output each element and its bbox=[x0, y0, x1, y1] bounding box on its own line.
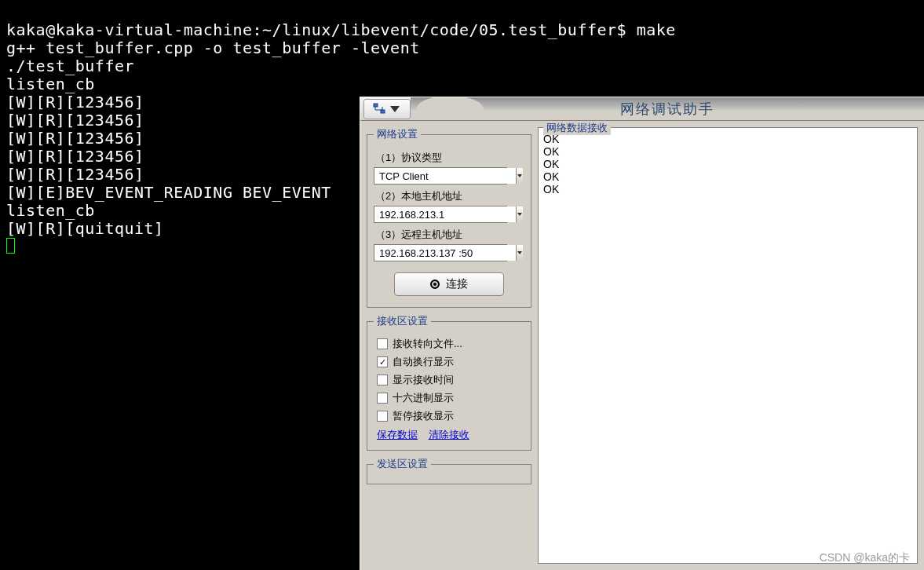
local-host-value[interactable] bbox=[374, 206, 516, 222]
checkbox[interactable] bbox=[377, 356, 388, 367]
terminal-line: [W][R][123456] bbox=[6, 93, 144, 111]
terminal-line: ./test_buffer bbox=[6, 57, 134, 75]
opt-label: 暂停接收显示 bbox=[393, 409, 454, 423]
recv-settings-legend: 接收区设置 bbox=[374, 314, 431, 328]
chevron-down-icon[interactable] bbox=[516, 206, 523, 222]
chevron-down-icon[interactable] bbox=[516, 168, 523, 184]
opt-label: 自动换行显示 bbox=[393, 355, 454, 369]
connect-button-label: 连接 bbox=[446, 277, 468, 291]
opt-label: 显示接收时间 bbox=[393, 373, 454, 387]
terminal-line: [W][R][123456] bbox=[6, 147, 144, 166]
shell-prompt: kaka@kaka-virtual-machine:~/linux/libeve… bbox=[6, 20, 637, 39]
terminal-line: listen_cb bbox=[6, 201, 95, 220]
send-settings-legend: 发送区设置 bbox=[374, 457, 431, 471]
checkbox[interactable] bbox=[377, 338, 388, 349]
recv-line: OK bbox=[543, 145, 559, 158]
terminal-line: [W][E]BEV_EVENT_READING BEV_EVENT bbox=[6, 183, 331, 202]
opt-pause[interactable]: 暂停接收显示 bbox=[377, 409, 524, 423]
opt-label: 接收转向文件... bbox=[393, 337, 462, 351]
recv-data-content[interactable]: OK OK OK OK OK bbox=[539, 128, 917, 200]
network-icon bbox=[373, 103, 385, 115]
opt-recv-to-file[interactable]: 接收转向文件... bbox=[377, 337, 524, 351]
recv-data-panel: 网络数据接收 OK OK OK OK OK bbox=[538, 127, 918, 564]
connect-button[interactable]: 连接 bbox=[394, 272, 504, 296]
recv-settings-group: 接收区设置 接收转向文件... 自动换行显示 显示接收时间 十六进制显示 bbox=[367, 314, 531, 451]
recv-line: OK bbox=[543, 158, 559, 170]
terminal-line: [W][R][123456] bbox=[6, 129, 144, 148]
svg-rect-0 bbox=[374, 104, 378, 107]
network-settings-legend: 网络设置 bbox=[374, 127, 421, 141]
protocol-select[interactable] bbox=[374, 167, 507, 185]
app-title: 网络调试助手 bbox=[620, 100, 714, 119]
recv-line: OK bbox=[543, 183, 559, 195]
protocol-value[interactable] bbox=[374, 168, 516, 184]
checkbox[interactable] bbox=[377, 393, 388, 404]
terminal-line: [W][R][123456] bbox=[6, 165, 144, 184]
remote-host-select[interactable] bbox=[374, 244, 507, 261]
local-host-select[interactable] bbox=[374, 206, 507, 223]
opt-show-time[interactable]: 显示接收时间 bbox=[377, 373, 524, 387]
opt-auto-wrap[interactable]: 自动换行显示 bbox=[377, 355, 524, 369]
remote-host-label: （3）远程主机地址 bbox=[375, 228, 524, 242]
remote-host-value[interactable] bbox=[374, 245, 516, 261]
terminal-line: listen_cb bbox=[6, 75, 95, 93]
watermark: CSDN @kaka的卡 bbox=[820, 551, 910, 565]
toolbar-menu-button[interactable] bbox=[363, 99, 411, 119]
checkbox[interactable] bbox=[377, 411, 388, 422]
terminal-cursor bbox=[6, 238, 15, 254]
opt-label: 十六进制显示 bbox=[393, 391, 454, 405]
net-assist-window: 网络调试助手 网络设置 （1）协议类型 （2）本地主机地址 （3）远程主机地址 bbox=[360, 97, 924, 570]
svg-rect-1 bbox=[381, 110, 385, 113]
chevron-down-icon[interactable] bbox=[516, 245, 523, 261]
terminal-line: g++ test_buffer.cpp -o test_buffer -leve… bbox=[6, 38, 420, 57]
save-data-link[interactable]: 保存数据 bbox=[377, 429, 418, 440]
recv-data-legend: 网络数据接收 bbox=[543, 121, 611, 135]
local-host-label: （2）本地主机地址 bbox=[375, 189, 524, 203]
checkbox[interactable] bbox=[377, 375, 388, 385]
chevron-down-icon bbox=[389, 103, 401, 115]
send-settings-group: 发送区设置 bbox=[367, 457, 531, 484]
record-icon bbox=[430, 280, 440, 289]
protocol-label: （1）协议类型 bbox=[375, 151, 524, 165]
recv-line: OK bbox=[543, 170, 559, 183]
opt-hex[interactable]: 十六进制显示 bbox=[377, 391, 524, 405]
shell-command: make bbox=[637, 20, 676, 39]
clear-recv-link[interactable]: 清除接收 bbox=[429, 429, 469, 440]
terminal-line: [W][R][quitquit] bbox=[6, 219, 164, 238]
toolbar: 网络调试助手 bbox=[360, 97, 924, 121]
terminal-line: [W][R][123456] bbox=[6, 111, 144, 130]
network-settings-group: 网络设置 （1）协议类型 （2）本地主机地址 （3）远程主机地址 bbox=[367, 127, 531, 308]
